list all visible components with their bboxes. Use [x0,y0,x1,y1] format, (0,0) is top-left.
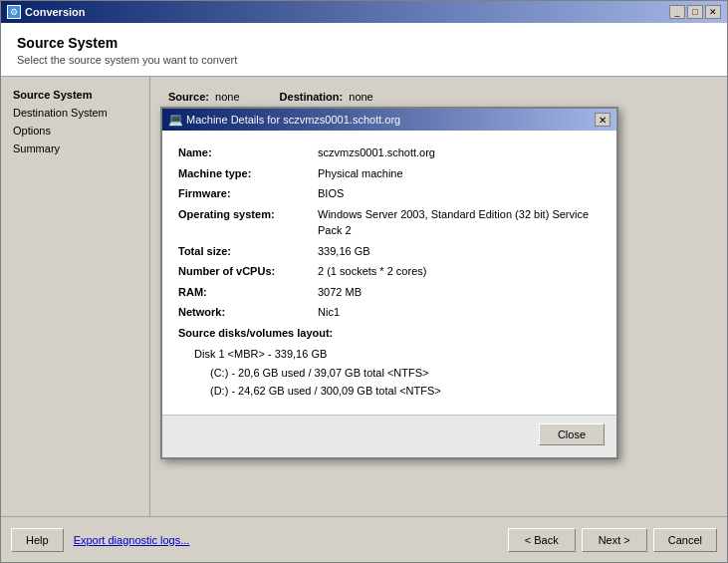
disk-line-2: (C:) - 20,6 GB used / 39,07 GB total <NT… [178,364,601,383]
sidebar-item-destination-system[interactable]: Destination System [9,105,141,121]
minimize-button[interactable]: _ [669,5,685,19]
disk-line-1: Disk 1 <MBR> - 339,16 GB [178,345,601,364]
footer-left: Help Export diagnostic logs... [11,528,189,552]
modal-title-text: Machine Details for sczvmzs0001.schott.o… [186,114,400,126]
footer-bar: Help Export diagnostic logs... < Back Ne… [1,516,727,562]
modal-footer: Close [162,415,616,457]
main-window: ⚙ Conversion _ □ ✕ Source System Select … [0,0,728,563]
close-window-button[interactable]: ✕ [705,5,721,19]
disk-layout-section: Source disks/volumes layout: Disk 1 <MBR… [178,325,601,402]
page-title: Source System [17,35,711,51]
info-row-name: Name: sczvmzs0001.schott.org [178,144,601,161]
modal-title-bar: 💻 Machine Details for sczvmzs0001.schott… [162,109,616,131]
page-subtitle: Select the source system you want to con… [17,54,711,66]
info-row-network: Network: Nic1 [178,304,601,321]
title-bar-left: ⚙ Conversion [7,5,86,19]
info-row-machine-type: Machine type: Physical machine [178,165,601,182]
title-bar: ⚙ Conversion _ □ ✕ [1,1,727,23]
info-row-firmware: Firmware: BIOS [178,185,601,202]
modal-body: Name: sczvmzs0001.schott.org Machine typ… [162,131,616,415]
info-row-os: Operating system: Windows Server 2003, S… [178,206,601,239]
source-dest-bar: Source: none Destination: none [158,85,719,109]
modal-title-left: 💻 Machine Details for sczvmzs0001.schott… [168,113,400,127]
title-buttons: _ □ ✕ [669,5,721,19]
modal-icon: 💻 [168,113,182,127]
header-section: Source System Select the source system y… [1,23,727,77]
export-logs-button[interactable]: Export diagnostic logs... [74,534,190,546]
modal-close-x-button[interactable]: ✕ [595,113,610,127]
sidebar-item-options[interactable]: Options [9,123,141,139]
footer-right: < Back Next > Cancel [508,528,717,552]
content-area: Source: none Destination: none 💻 Machine… [150,77,727,516]
sidebar-item-summary[interactable]: Summary [9,141,141,156]
cancel-button[interactable]: Cancel [653,528,717,552]
window-title: Conversion [25,6,86,18]
info-row-total-size: Total size: 339,16 GB [178,243,601,260]
help-button[interactable]: Help [11,528,64,552]
machine-details-modal: 💻 Machine Details for sczvmzs0001.schott… [160,107,618,459]
modal-close-button[interactable]: Close [539,423,605,445]
disk-layout-label: Source disks/volumes layout: [178,325,601,342]
maximize-button[interactable]: □ [687,5,703,19]
info-row-vcpus: Number of vCPUs: 2 (1 sockets * 2 cores) [178,263,601,280]
next-button[interactable]: Next > [582,528,647,552]
sidebar-item-source-system[interactable]: Source System [9,87,141,103]
sidebar: Source System Destination System Options… [1,77,150,516]
back-button[interactable]: < Back [508,528,576,552]
window-icon: ⚙ [7,5,21,19]
info-row-ram: RAM: 3072 MB [178,284,601,301]
main-area: Source System Destination System Options… [1,77,727,516]
disk-line-3: (D:) - 24,62 GB used / 300,09 GB total <… [178,382,601,401]
source-label: Source: none [168,91,240,103]
dest-label: Destination: none [280,91,373,103]
